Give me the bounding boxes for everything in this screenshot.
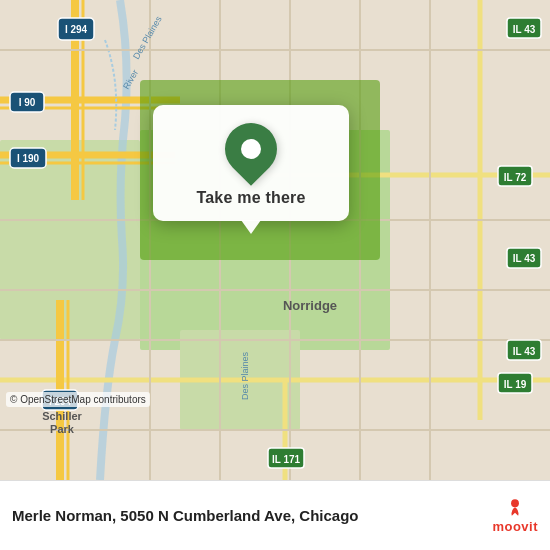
svg-text:Schiller: Schiller xyxy=(42,410,82,422)
svg-text:Des Plaines: Des Plaines xyxy=(240,351,250,400)
svg-text:IL 43: IL 43 xyxy=(513,24,536,35)
svg-text:IL 43: IL 43 xyxy=(513,253,536,264)
svg-text:I 90: I 90 xyxy=(19,97,36,108)
svg-text:IL 43: IL 43 xyxy=(513,346,536,357)
place-name: Merle Norman, 5050 N Cumberland Ave, Chi… xyxy=(12,507,484,524)
svg-text:Norridge: Norridge xyxy=(283,298,337,313)
svg-point-53 xyxy=(511,499,519,507)
svg-text:Park: Park xyxy=(50,423,75,435)
map: I 294 I 90 I 190 IL 43 IL 72 IL 43 IL 19… xyxy=(0,0,550,480)
place-info: Merle Norman, 5050 N Cumberland Ave, Chi… xyxy=(12,507,484,524)
bottom-bar: Merle Norman, 5050 N Cumberland Ave, Chi… xyxy=(0,480,550,550)
moovit-pin-icon xyxy=(504,497,526,519)
moovit-label: moovit xyxy=(492,519,538,534)
svg-text:I 190: I 190 xyxy=(17,153,40,164)
svg-text:IL 72: IL 72 xyxy=(504,172,527,183)
take-me-there-button[interactable]: Take me there xyxy=(196,189,305,207)
svg-text:IL 19: IL 19 xyxy=(504,379,527,390)
location-callout: Take me there xyxy=(153,105,349,221)
svg-text:IL 171: IL 171 xyxy=(272,454,301,465)
svg-text:I 294: I 294 xyxy=(65,24,88,35)
map-pin-icon xyxy=(214,112,288,186)
moovit-logo: moovit xyxy=(492,497,538,534)
map-attribution: © OpenStreetMap contributors xyxy=(6,392,150,407)
